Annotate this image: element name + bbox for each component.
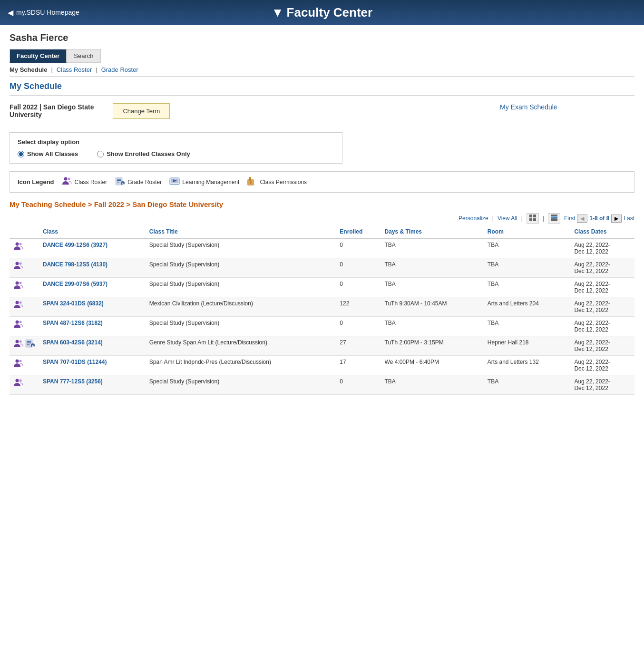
subnav-class-roster[interactable]: Class Roster <box>57 66 92 73</box>
grid-icon-button[interactable] <box>527 213 539 224</box>
term-button-row: Fall 2022 | San Diego State University C… <box>10 103 482 127</box>
class-code-link[interactable]: DANCE 798-12S5 (4130) <box>43 261 107 268</box>
schedule-table: Class Class Title Enrolled Days & Times … <box>10 225 634 395</box>
last-label[interactable]: Last <box>624 215 634 222</box>
row-icons-cell <box>10 297 39 317</box>
svg-rect-20 <box>551 215 557 216</box>
row-class-code: DANCE 798-12S5 (4130) <box>39 258 146 278</box>
right-panel: My Exam Schedule <box>492 103 634 164</box>
row-days-times: TBA <box>381 278 484 297</box>
view-all-link[interactable]: View All <box>498 215 517 222</box>
display-option-title: Select display option <box>18 138 334 146</box>
subnav-my-schedule: My Schedule <box>10 66 47 73</box>
row-enrolled: 122 <box>336 297 381 317</box>
radio-show-all[interactable]: Show All Classes <box>18 150 78 157</box>
back-home-link[interactable]: ◀ my.SDSU Homepage <box>8 8 79 17</box>
row-class-title: Special Study (Supervision) <box>146 278 336 297</box>
radio-show-enrolled-input[interactable] <box>97 151 104 157</box>
row-class-title: Special Study (Supervision) <box>146 375 336 395</box>
teaching-schedule-title: My Teaching Schedule > Fall 2022 > San D… <box>10 200 634 208</box>
term-line2: University <box>10 111 94 118</box>
dropdown-arrow-icon: ▼ <box>272 5 284 20</box>
row-class-dates: Aug 22, 2022-Dec 12, 2022 <box>570 356 634 375</box>
col-icon <box>10 225 39 238</box>
class-code-link[interactable]: DANCE 499-12S6 (3927) <box>43 242 107 248</box>
class-code-link[interactable]: SPAN 487-12S6 (3182) <box>43 320 103 326</box>
svg-point-31 <box>20 302 22 304</box>
row-enrolled: 0 <box>336 278 381 297</box>
next-page-button[interactable]: ▶ <box>611 215 622 223</box>
page-range: 1-8 of 8 <box>589 215 609 222</box>
row-enrolled: 17 <box>336 356 381 375</box>
row-days-times: We 4:00PM - 6:40PM <box>381 356 484 375</box>
class-code-link[interactable]: SPAN 324-01DS (6832) <box>43 300 104 307</box>
sep-2: | <box>96 66 97 73</box>
svg-point-44 <box>16 379 19 382</box>
people-icon <box>13 381 24 388</box>
page-title: ▼ Faculty Center <box>272 5 372 20</box>
svg-point-0 <box>64 177 67 181</box>
class-permissions-icon <box>247 176 257 187</box>
subnav-grade-roster[interactable]: Grade Roster <box>101 66 138 73</box>
row-icons-cell <box>10 375 39 395</box>
legend-grade-roster: A Grade Roster <box>115 177 162 187</box>
row-days-times: TuTh 9:30AM - 10:45AM <box>381 297 484 317</box>
class-code-link[interactable]: SPAN 603-42S6 (3214) <box>43 339 103 346</box>
exam-schedule-link[interactable]: My Exam Schedule <box>500 103 557 111</box>
learning-management-icon <box>169 177 180 187</box>
row-icons-cell <box>10 258 39 278</box>
svg-rect-22 <box>551 218 557 220</box>
svg-rect-23 <box>551 220 557 221</box>
col-days-times: Days & Times <box>381 225 484 238</box>
svg-text:A: A <box>122 182 124 186</box>
svg-rect-16 <box>529 215 532 217</box>
tab-search[interactable]: Search <box>67 49 100 63</box>
svg-point-26 <box>16 262 19 265</box>
class-code-link[interactable]: DANCE 299-07S6 (5937) <box>43 281 107 287</box>
radio-show-enrolled-label[interactable]: Show Enrolled Classes Only <box>107 150 190 157</box>
radio-show-enrolled[interactable]: Show Enrolled Classes Only <box>97 150 190 157</box>
class-code-link[interactable]: SPAN 777-12S5 (3256) <box>43 378 103 385</box>
legend-learning-mgmt: Learning Management <box>169 177 239 187</box>
tab-faculty-center[interactable]: Faculty Center <box>10 49 67 63</box>
back-arrow-icon: ◀ <box>8 8 13 17</box>
row-room: TBA <box>484 317 571 336</box>
svg-rect-39 <box>27 344 29 345</box>
row-room: TBA <box>484 238 571 258</box>
radio-show-all-label[interactable]: Show All Classes <box>27 150 78 157</box>
svg-point-35 <box>20 341 22 343</box>
row-enrolled: 0 <box>336 238 381 258</box>
table-toolbar: Personalize | View All | | First ◀ 1-8 o… <box>10 213 634 224</box>
row-class-dates: Aug 22, 2022-Dec 12, 2022 <box>570 238 634 258</box>
svg-point-28 <box>16 282 19 285</box>
row-days-times: TBA <box>381 258 484 278</box>
change-term-button[interactable]: Change Term <box>113 103 170 119</box>
svg-point-24 <box>16 243 19 246</box>
display-option-section: Select display option Show All Classes S… <box>10 132 342 164</box>
radio-show-all-input[interactable] <box>18 151 24 157</box>
svg-point-27 <box>20 263 22 265</box>
svg-point-42 <box>16 360 19 363</box>
table-header-row: Class Class Title Enrolled Days & Times … <box>10 225 634 238</box>
table-view-button[interactable] <box>548 213 560 224</box>
legend-class-roster-label: Class Roster <box>75 179 107 186</box>
tabs: Faculty Center Search <box>10 49 634 63</box>
people-icon <box>13 284 24 291</box>
svg-rect-15 <box>250 183 251 184</box>
row-class-dates: Aug 22, 2022-Dec 12, 2022 <box>570 317 634 336</box>
col-room: Room <box>484 225 571 238</box>
row-class-dates: Aug 22, 2022-Dec 12, 2022 <box>570 297 634 317</box>
svg-point-25 <box>20 243 22 245</box>
prev-page-button[interactable]: ◀ <box>577 215 587 223</box>
row-class-dates: Aug 22, 2022-Dec 12, 2022 <box>570 278 634 297</box>
personalize-link[interactable]: Personalize <box>459 215 488 222</box>
row-room: TBA <box>484 375 571 395</box>
tabs-container: Faculty Center Search <box>10 49 634 63</box>
class-code-link[interactable]: SPAN 707-01DS (11244) <box>43 359 107 365</box>
first-label[interactable]: First <box>564 215 575 222</box>
people-icon <box>13 264 24 271</box>
row-class-code: SPAN 707-01DS (11244) <box>39 356 146 375</box>
col-class-dates: Class Dates <box>570 225 634 238</box>
sep-1: | <box>51 66 52 73</box>
row-class-code: SPAN 487-12S6 (3182) <box>39 317 146 336</box>
